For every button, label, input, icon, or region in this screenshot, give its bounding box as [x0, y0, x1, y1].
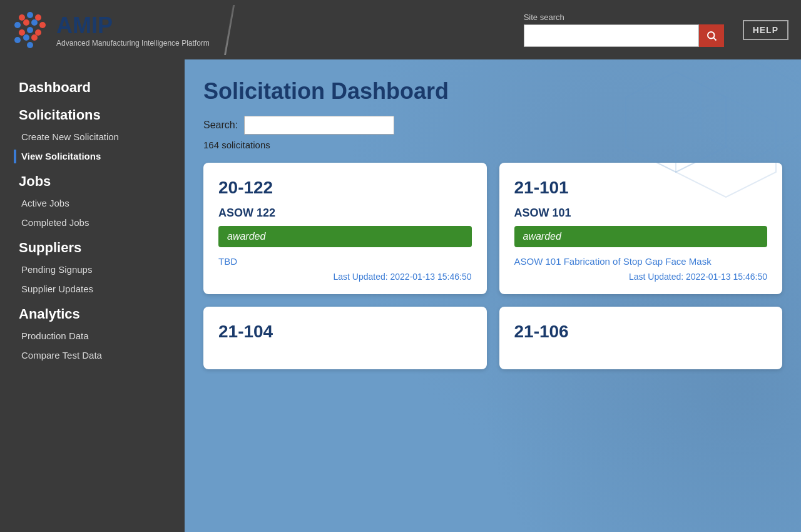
card-number-0: 20-122 — [218, 178, 472, 198]
svg-point-4 — [23, 19, 29, 26]
page-title: Solicitation Dashboard — [203, 78, 782, 105]
sidebar-section-solicitations: Solicitations — [0, 100, 185, 127]
svg-point-5 — [31, 19, 38, 26]
main-search-input[interactable] — [244, 116, 394, 135]
card-description-1: ASOW 101 Fabrication of Stop Gap Face Ma… — [514, 256, 768, 267]
svg-line-15 — [713, 38, 716, 40]
sidebar-item-compare-test-data[interactable]: Compare Test Data — [0, 345, 185, 365]
logo-text: AMIP Advanced Manufacturing Intelligence… — [56, 13, 210, 48]
card-number-3: 21-106 — [514, 322, 768, 342]
sidebar-item-pending-signups[interactable]: Pending Signups — [0, 260, 185, 279]
site-search-row — [524, 24, 724, 47]
svg-point-3 — [14, 22, 21, 28]
logo-title: AMIP — [56, 13, 210, 39]
svg-point-2 — [35, 14, 41, 21]
site-search-button[interactable] — [699, 24, 724, 47]
sidebar-item-active-jobs[interactable]: Active Jobs — [0, 193, 185, 213]
sidebar: Dashboard Solicitations Create New Solic… — [0, 59, 185, 532]
card-updated-1: Last Updated: 2022-01-13 15:46:50 — [514, 272, 768, 282]
help-button[interactable]: HELP — [743, 20, 788, 40]
site-search-input[interactable] — [524, 24, 699, 47]
svg-point-6 — [39, 22, 46, 28]
svg-point-11 — [23, 34, 29, 41]
sidebar-item-create-new-solicitation[interactable]: Create New Solicitation — [0, 127, 185, 146]
card-description-0: TBD — [218, 256, 472, 267]
sidebar-item-completed-jobs[interactable]: Completed Jobs — [0, 213, 185, 232]
solicitation-card-0[interactable]: 20-122 ASOW 122 awarded TBD Last Updated… — [203, 163, 487, 294]
svg-point-9 — [35, 29, 41, 36]
svg-point-8 — [27, 27, 33, 33]
solicitation-card-2[interactable]: 21-104 — [203, 307, 487, 369]
logo-subtitle: Advanced Manufacturing Intelligence Plat… — [56, 39, 210, 48]
card-status-1: awarded — [514, 226, 768, 247]
card-asow-0: ASOW 122 — [218, 207, 472, 220]
main-search-label: Search: — [203, 120, 238, 131]
svg-point-13 — [27, 42, 33, 48]
svg-point-0 — [19, 14, 25, 21]
cards-grid: 20-122 ASOW 122 awarded TBD Last Updated… — [203, 163, 782, 369]
solicitation-card-1[interactable]: 21-101 ASOW 101 awarded ASOW 101 Fabrica… — [499, 163, 783, 294]
main-content: Solicitation Dashboard Search: 164 solic… — [185, 59, 801, 532]
svg-point-7 — [19, 29, 25, 36]
solicitations-count: 164 solicitations — [203, 140, 782, 150]
svg-point-10 — [14, 37, 21, 43]
sidebar-item-supplier-updates[interactable]: Supplier Updates — [0, 279, 185, 299]
card-updated-0: Last Updated: 2022-01-13 15:46:50 — [218, 272, 472, 282]
main-search-row: Search: — [203, 116, 782, 135]
card-number-1: 21-101 — [514, 178, 768, 198]
body-area: Dashboard Solicitations Create New Solic… — [0, 59, 801, 532]
card-number-2: 21-104 — [218, 322, 472, 342]
solicitation-card-3[interactable]: 21-106 — [499, 307, 783, 369]
header-search-area: Site search — [524, 13, 724, 47]
sidebar-section-suppliers: Suppliers — [0, 232, 185, 260]
card-status-0: awarded — [218, 226, 472, 247]
sidebar-item-production-data[interactable]: Production Data — [0, 326, 185, 345]
sidebar-item-view-solicitations[interactable]: View Solicitations — [0, 146, 185, 166]
amip-logo-icon — [13, 11, 50, 49]
site-search-label: Site search — [524, 13, 724, 22]
search-icon — [706, 30, 717, 41]
sidebar-section-analytics: Analytics — [0, 299, 185, 326]
svg-point-12 — [31, 34, 38, 41]
svg-point-1 — [27, 12, 33, 18]
logo-area: AMIP Advanced Manufacturing Intelligence… — [13, 11, 210, 49]
sidebar-section-jobs: Jobs — [0, 166, 185, 193]
card-asow-1: ASOW 101 — [514, 207, 768, 220]
header-divider — [224, 5, 235, 55]
header: AMIP Advanced Manufacturing Intelligence… — [0, 0, 801, 59]
svg-point-14 — [708, 32, 715, 39]
sidebar-dashboard[interactable]: Dashboard — [0, 72, 185, 100]
